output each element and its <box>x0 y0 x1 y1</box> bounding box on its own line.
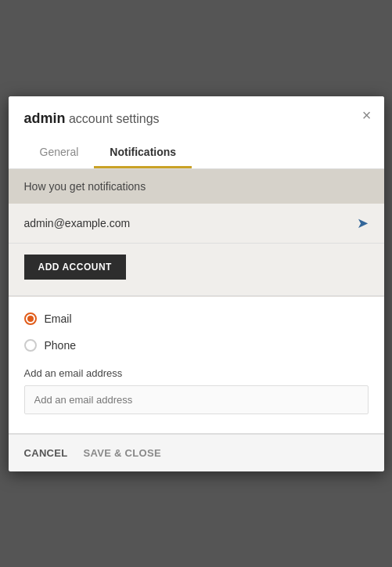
account-settings-modal: admin account settings × General Notific… <box>9 96 384 471</box>
save-close-button[interactable]: SAVE & CLOSE <box>83 447 160 459</box>
email-radio-button[interactable] <box>24 312 37 325</box>
email-radio-option[interactable]: Email <box>24 312 369 325</box>
account-row[interactable]: admin@example.com ➤ <box>9 204 384 244</box>
email-address-input[interactable] <box>24 385 369 414</box>
tab-general[interactable]: General <box>24 138 95 168</box>
title-bold: admin <box>24 110 66 126</box>
email-radio-label: Email <box>45 312 72 325</box>
options-panel: Email Phone Add an email address <box>9 296 384 434</box>
section-header: How you get notifications <box>9 169 384 204</box>
section-header-text: How you get notifications <box>24 180 146 193</box>
tabs-container: General Notifications <box>24 138 369 168</box>
modal-footer: CANCEL SAVE & CLOSE <box>9 434 384 471</box>
modal-body: How you get notifications admin@example.… <box>9 169 384 434</box>
title-normal: account settings <box>66 112 160 125</box>
add-account-area: ADD ACCOUNT <box>9 244 384 296</box>
chevron-down-icon: ➤ <box>357 215 369 232</box>
modal-header: admin account settings × General Notific… <box>9 96 384 169</box>
phone-radio-option[interactable]: Phone <box>24 339 369 352</box>
email-field-label: Add an email address <box>24 367 369 379</box>
cancel-button[interactable]: CANCEL <box>24 447 68 459</box>
email-field-section: Add an email address <box>24 367 369 414</box>
modal-title: admin account settings <box>24 110 369 127</box>
close-button[interactable]: × <box>362 107 372 123</box>
phone-radio-label: Phone <box>45 339 76 352</box>
add-account-button[interactable]: ADD ACCOUNT <box>24 255 126 280</box>
phone-radio-button[interactable] <box>24 339 37 352</box>
account-email: admin@example.com <box>24 217 131 229</box>
tab-notifications[interactable]: Notifications <box>94 138 192 168</box>
